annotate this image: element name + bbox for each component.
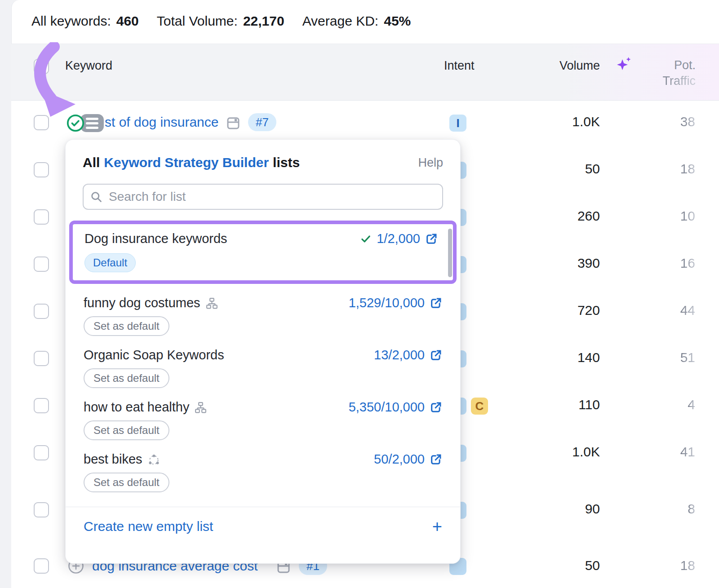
pot-traffic-value: 16 [620,256,695,271]
pot-traffic-value: 51 [620,350,695,365]
pot-traffic-value: 38 [620,114,695,129]
volume-value: 1.0K [517,114,600,129]
list-item: Organic Soap Keywords 13/2,000 Set as de… [83,348,443,388]
sitemap-icon [206,297,218,309]
help-link[interactable]: Help [418,156,443,170]
list-name[interactable]: Organic Soap Keywords [84,348,224,363]
pot-traffic-value: 10 [620,208,695,224]
row-checkbox[interactable] [34,351,49,366]
pot-traffic-value: 4 [620,397,695,412]
selected-check-icon [360,233,372,245]
create-new-list-link[interactable]: Create new empty list [84,519,213,534]
list-name[interactable]: best bikes [84,452,142,467]
table-header: Keyword Intent Volume Pot. Traffic [11,44,719,101]
stat-all-keywords: All keywords: 460 [31,13,139,29]
stat-label: Total Volume: [157,13,238,29]
stat-label: Average KD: [302,13,379,29]
plus-icon[interactable]: + [432,520,442,533]
volume-value: 50 [517,558,600,573]
popup-title-suffix: lists [273,155,300,170]
volume-value: 390 [517,256,600,271]
serp-rank-badge[interactable]: #7 [248,113,276,131]
intent-badge-informational: I [449,115,466,132]
volume-value: 50 [517,161,600,177]
save-to-list-icon[interactable] [226,116,240,130]
list-item: funny dog costumes 1,529/10,000 [83,296,443,336]
list-name[interactable]: funny dog costumes [84,296,200,310]
row-checkbox[interactable] [34,304,49,319]
row-checkbox[interactable] [34,502,49,517]
sitemap-icon [195,402,207,413]
volume-value: 90 [517,501,600,517]
keyword-lists-popup: All Keyword Strategy Builder lists Help … [65,139,461,564]
pot-traffic-value: 41 [620,444,695,460]
popup-title-link[interactable]: Keyword Strategy Builder [104,155,269,170]
pot-traffic-value: 18 [620,558,695,573]
pot-traffic-value: 8 [620,501,695,517]
row-checkbox[interactable] [34,162,49,177]
search-input[interactable] [83,184,443,210]
row-checkbox[interactable] [34,209,49,225]
stat-value: 22,170 [243,13,284,29]
popup-title-prefix: All [83,155,100,170]
external-link-icon[interactable] [430,401,442,414]
set-as-default-button[interactable]: Set as default [84,316,169,336]
list-count-link[interactable]: 5,350/10,000 [349,400,425,415]
pot-traffic-line2: Traffic [662,73,696,89]
row-checkbox[interactable] [34,445,49,460]
list-item: how to eat healthy 5,350/10,000 [83,400,443,440]
volume-value: 1.0K [517,444,600,460]
list-search [83,184,443,210]
column-header-intent[interactable]: Intent [444,59,475,73]
set-as-default-button[interactable]: Set as default [84,368,169,388]
list-count-link[interactable]: 1/2,000 [377,231,420,246]
set-as-default-button[interactable]: Set as default [84,473,169,492]
column-header-pot-traffic[interactable]: Pot. Traffic [611,57,696,89]
volume-value: 260 [517,208,600,224]
column-header-volume[interactable]: Volume [517,59,600,73]
list-count-link[interactable]: 50/2,000 [374,452,425,467]
stat-value: 460 [116,13,139,29]
stat-label: All keywords: [31,13,111,29]
stat-average-kd: Average KD: 45% [302,13,411,29]
external-link-icon[interactable] [430,349,442,362]
list-item-default-highlighted[interactable]: Dog insurance keywords 1/2,000 Default [69,221,457,284]
popup-title: All Keyword Strategy Builder lists [83,155,300,170]
stat-total-volume: Total Volume: 22,170 [157,13,284,29]
stat-value: 45% [384,13,411,29]
pot-traffic-value: 44 [620,303,695,318]
list-name[interactable]: Dog insurance keywords [84,231,227,246]
stats-bar: All keywords: 460 Total Volume: 22,170 A… [31,13,411,29]
list-item: best bikes 50/2,000 Set as d [83,452,443,492]
create-new-list-row[interactable]: Create new empty list + [83,507,443,534]
volume-value: 110 [517,397,600,412]
keyword-magic-table-page: All keywords: 460 Total Volume: 22,170 A… [0,0,719,588]
list-count-link[interactable]: 1,529/10,000 [349,296,425,310]
external-link-icon[interactable] [430,453,442,466]
row-checkbox[interactable] [34,398,49,413]
search-icon [90,190,102,203]
volume-value: 720 [517,303,600,318]
list-count-link[interactable]: 13/2,000 [374,348,425,363]
list-name[interactable]: how to eat healthy [84,400,189,415]
row-checkbox[interactable] [34,558,49,574]
pot-traffic-value: 18 [620,161,695,177]
pot-traffic-line1: Pot. [611,57,696,73]
default-badge: Default [84,253,136,272]
cluster-icon [148,454,160,465]
set-as-default-button[interactable]: Set as default [84,420,169,440]
popup-scrollbar-thumb[interactable] [448,229,452,277]
row-checkbox[interactable] [34,256,49,272]
external-link-icon[interactable] [425,233,438,245]
external-link-icon[interactable] [430,297,442,309]
volume-value: 140 [517,350,600,365]
intent-badge-commercial: C [471,398,488,415]
tutorial-arrow [31,42,81,119]
keyword-link[interactable]: st of dog insurance [105,115,219,130]
